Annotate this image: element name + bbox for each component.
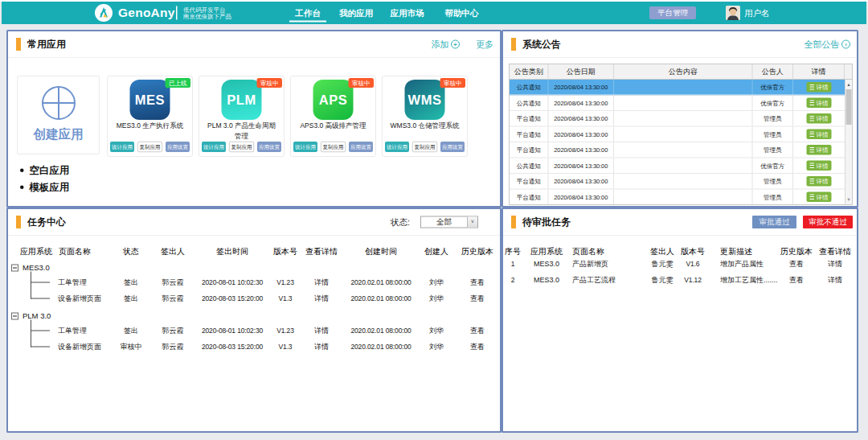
design-app-button[interactable]: 设计应用 [293, 142, 317, 152]
app-settings-button[interactable]: 应用设置 [349, 142, 373, 152]
task-checkout-user: 郭云霞 [149, 325, 197, 336]
status-filter-select[interactable]: 全部 ˅ [420, 216, 478, 228]
pending-approvals-panel: 待审批任务 审批通过 审批不通过 序号 应用系统 页面名称 签出人 版本号 更新… [502, 208, 858, 433]
approve-button[interactable]: 审批通过 [752, 216, 796, 228]
design-app-button[interactable]: 设计应用 [202, 142, 226, 152]
task-history-link[interactable]: 查看 [457, 341, 497, 352]
approval-row[interactable]: 2 MES3.0 产品工艺流程 鲁元雯 V1.12 增加工艺属性....... … [503, 274, 857, 286]
all-announcements-link[interactable]: 全部公告 › [805, 39, 851, 51]
announcement-detail-cell: 详情 [793, 142, 845, 158]
menu-item-app-market[interactable]: 应用市场 [391, 2, 424, 24]
menu-item-my-apps[interactable]: 我的应用 [339, 2, 373, 24]
scrollbar-thumb[interactable] [846, 89, 852, 125]
list-icon [810, 101, 815, 106]
task-detail-link[interactable]: 详情 [301, 341, 342, 352]
column-header: 签出人 [149, 244, 197, 258]
list-icon [810, 163, 815, 169]
column-header: 详情 [793, 64, 845, 79]
announcement-row[interactable]: 平台通知 2020/08/04 13:30:00 管理员 详情 [510, 142, 845, 158]
add-app-link[interactable]: 添加 + [432, 39, 461, 51]
more-apps-label: 更多 [476, 39, 493, 51]
all-announcements-label: 全部公告 [805, 39, 840, 51]
approval-detail-link[interactable]: 详情 [815, 274, 855, 286]
approval-history-link[interactable]: 查看 [776, 258, 817, 269]
task-detail-link[interactable]: 详情 [301, 325, 342, 336]
detail-button[interactable]: 详情 [807, 176, 832, 187]
task-row[interactable]: 设备新增页面 审核中 郭云霞 2020-08-03 15:20:00 V1.3 … [8, 341, 500, 352]
user-avatar[interactable] [726, 6, 740, 20]
task-row[interactable]: 工单管理 签出 郭云霞 2020-08-01 10:02:30 V1.23 详情… [8, 325, 500, 336]
table-scrollbar[interactable]: ▲ ▼ [845, 80, 852, 204]
approval-row[interactable]: 1 MES3.0 产品新增页 鲁元雯 V1.6 增加产品属性 查看 详情 [503, 258, 857, 269]
list-icon [810, 147, 815, 153]
app-card-mes[interactable]: MES 已上线 MES3.0 生产执行系统 设计应用 复制应用 应用设置 [107, 76, 193, 157]
detail-button[interactable]: 详情 [807, 130, 832, 140]
design-app-button[interactable]: 设计应用 [110, 142, 134, 152]
task-row[interactable]: 设备新增页面 签出 郭云霞 2020-08-03 15:20:00 V1.3 详… [8, 293, 500, 304]
detail-button[interactable]: 详情 [807, 82, 832, 93]
menu-item-help-center[interactable]: 帮助中心 [445, 2, 479, 24]
detail-button[interactable]: 详情 [807, 161, 832, 171]
approval-checkout-user: 鲁元雯 [642, 258, 682, 269]
announcement-date: 2020/08/04 13:30:00 [549, 127, 615, 142]
detail-button[interactable]: 详情 [807, 98, 832, 109]
approval-detail-link[interactable]: 详情 [815, 258, 855, 269]
column-header: 版本号 [265, 244, 305, 258]
announcement-row[interactable]: 平台通知 2020/08/04 13:30:00 管理员 详情 [510, 174, 845, 190]
task-row[interactable]: 工单管理 签出 郭云霞 2020-08-01 10:02:30 V1.23 详情… [8, 277, 500, 288]
announcement-row[interactable]: 公共通知 2020/08/04 13:30:00 优倍官方 详情 [510, 158, 845, 175]
announcement-row[interactable]: 公共通知 2020/08/04 13:30:00 优倍官方 详情 [510, 80, 845, 96]
design-app-button[interactable]: 设计应用 [385, 142, 409, 152]
announcement-publisher: 优倍官方 [753, 158, 794, 174]
announcements-rows: 公共通知 2020/08/04 13:30:00 优倍官方 详情 公共通知 20… [510, 80, 845, 204]
tree-collapse-icon[interactable] [11, 265, 18, 272]
task-version: V1.3 [265, 341, 305, 352]
username-label[interactable]: 用户名 [744, 2, 770, 24]
scroll-down-icon[interactable]: ▼ [845, 195, 852, 204]
panel-header-divider [8, 235, 500, 236]
task-history-link[interactable]: 查看 [457, 325, 497, 336]
tree-collapse-icon[interactable] [11, 313, 18, 320]
announcement-publisher: 管理员 [753, 190, 794, 205]
status-filter-label: 状态: [391, 209, 410, 235]
detail-button[interactable]: 详情 [807, 192, 832, 203]
announcement-row[interactable]: 公共通知 2020/08/04 13:30:00 优倍官方 详情 [510, 96, 845, 112]
copy-app-button[interactable]: 复制应用 [137, 142, 162, 152]
announcement-category: 平台通知 [510, 190, 549, 205]
more-apps-link[interactable]: 更多 [476, 39, 493, 51]
app-card-aps[interactable]: APS 审核中 APS3.0 高级排产管理 设计应用 复制应用 应用设置 [290, 76, 376, 157]
reject-button[interactable]: 审批不通过 [803, 216, 853, 228]
scroll-up-icon[interactable]: ▲ [845, 80, 852, 88]
copy-app-button[interactable]: 复制应用 [412, 142, 437, 152]
announcement-row[interactable]: 平台通知 2020/08/04 13:30:00 管理员 详情 [510, 127, 845, 143]
pending-approvals-title: 待审批任务 [522, 209, 571, 235]
approval-system: MES3.0 [522, 258, 571, 269]
copy-app-button[interactable]: 复制应用 [321, 142, 346, 152]
copy-app-button[interactable]: 复制应用 [229, 142, 254, 152]
system-announcements-panel: 系统公告 全部公告 › 公告类别 公告日期 公告内容 公告人 详情 公共通知 [502, 30, 858, 208]
announcement-date: 2020/08/04 13:30:00 [549, 142, 615, 158]
announcement-date: 2020/08/04 13:30:00 [549, 190, 615, 205]
arrow-right-circle-icon: › [841, 40, 850, 49]
detail-button[interactable]: 详情 [807, 145, 832, 155]
platform-admin-button[interactable]: 平台管理 [649, 6, 696, 19]
app-card-actions: 设计应用 复制应用 应用设置 [108, 142, 192, 152]
create-app-card[interactable]: 创建应用 [17, 76, 100, 154]
app-card-plm[interactable]: PLM 审核中 PLM 3.0 产品生命周期管理 设计应用 复制应用 应用设置 [199, 76, 285, 157]
template-app-link[interactable]: 模板应用 [20, 181, 70, 193]
blank-app-link[interactable]: 空白应用 [20, 164, 70, 176]
app-settings-button[interactable]: 应用设置 [440, 142, 465, 152]
app-settings-button[interactable]: 应用设置 [166, 142, 190, 152]
announcement-row[interactable]: 平台通知 2020/08/04 13:30:00 管理员 详情 [510, 111, 845, 127]
announcement-row[interactable]: 平台通知 2020/08/04 13:30:00 管理员 详情 [510, 190, 845, 205]
app-card-wms[interactable]: WMS 审核中 WMS3.0 仓储管理系统 设计应用 复制应用 应用设置 [382, 76, 468, 157]
task-history-link[interactable]: 查看 [457, 293, 497, 304]
approval-history-link[interactable]: 查看 [776, 274, 817, 286]
chevron-down-icon[interactable]: ˅ [467, 217, 477, 228]
task-history-link[interactable]: 查看 [457, 277, 497, 288]
task-detail-link[interactable]: 详情 [301, 293, 342, 304]
task-creator: 刘华 [416, 341, 457, 352]
app-settings-button[interactable]: 应用设置 [257, 142, 281, 152]
task-detail-link[interactable]: 详情 [301, 277, 342, 288]
detail-button[interactable]: 详情 [807, 113, 832, 124]
